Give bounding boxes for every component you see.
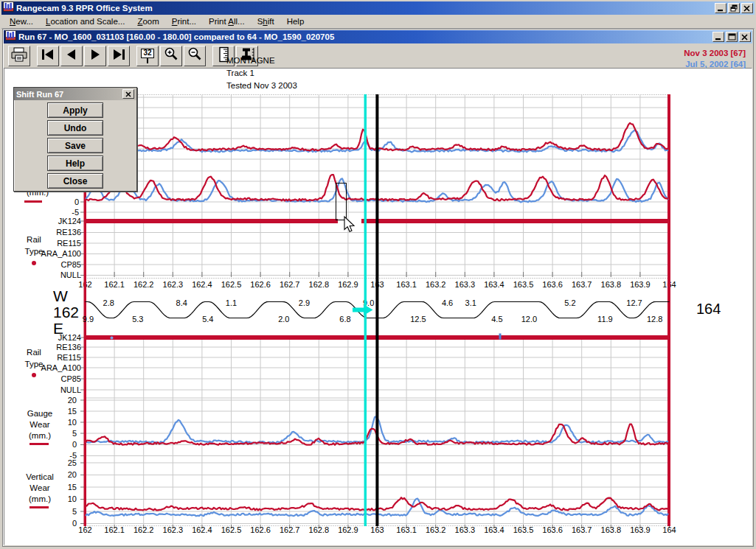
menu-item-shift[interactable]: Shift xyxy=(252,16,280,27)
app-title-bar[interactable]: Rangecam 9.3 RPR Office System xyxy=(1,1,755,15)
legend: Nov 3 2003 [67] Jul 5, 2002 [64] xyxy=(684,48,746,70)
chart-header: MONTAGNE Track 1 Tested Nov 3 2003 xyxy=(226,55,297,92)
zoom-in-button[interactable] xyxy=(160,46,182,66)
shift-dialog-title: Shift Run 67 xyxy=(16,90,63,99)
app-minimize-button[interactable] xyxy=(715,3,726,13)
run-window-title: Run 67 - MO_1600_031103 [160.00 - 180.00… xyxy=(18,32,334,41)
menu-item-zoom[interactable]: Zoom xyxy=(132,16,164,27)
run67-line-swatch xyxy=(24,200,42,203)
shift-dialog-close-button[interactable] xyxy=(122,89,134,99)
run67-line-swatch xyxy=(30,506,49,508)
shift-dialog-title-bar[interactable]: Shift Run 67 xyxy=(14,88,136,100)
step-backward-icon xyxy=(40,48,56,63)
legend-run64: Jul 5, 2002 [64] xyxy=(684,59,746,70)
milepost-right-label: 164 xyxy=(696,301,721,318)
run-close-button[interactable] xyxy=(739,32,751,42)
last-page-button[interactable] xyxy=(108,46,130,66)
zoom-out-icon xyxy=(187,46,203,65)
run-minimize-button[interactable] xyxy=(712,32,724,42)
milepost-left-label: W 162 E xyxy=(53,288,79,337)
shift-dialog: Shift Run 67 ApplyUndoSaveHelpClose xyxy=(13,87,137,192)
menu-item-help[interactable]: Help xyxy=(282,16,310,27)
menu-bar: New...Location and Scale...ZoomPrint...P… xyxy=(1,15,755,29)
shift-dialog-buttons: ApplyUndoSaveHelpClose xyxy=(14,102,136,189)
legend-run67: Nov 3 2003 [67] xyxy=(684,48,746,59)
app-title: Rangecam 9.3 RPR Office System xyxy=(16,4,153,13)
gauge-wear-label: GaugeWear(mm.) xyxy=(19,408,60,441)
page-right-button[interactable] xyxy=(84,46,106,66)
rail-type-dot-icon xyxy=(32,261,36,265)
rail-type-label-upper: RailType xyxy=(21,234,47,257)
menu-item-print[interactable]: Print... xyxy=(167,16,201,27)
run-window-title-bar[interactable]: Run 67 - MO_1600_031103 [160.00 - 180.00… xyxy=(4,30,752,43)
app-close-button[interactable] xyxy=(741,3,753,13)
step-forward-icon xyxy=(111,48,127,63)
track-name: Track 1 xyxy=(226,67,297,80)
milepost-sign-icon: 32 xyxy=(141,49,154,63)
menu-item-printall[interactable]: Print All... xyxy=(204,16,250,27)
location-name: MONTAGNE xyxy=(226,55,297,67)
arrow-right-icon xyxy=(87,48,103,63)
app-logo-icon xyxy=(3,1,14,15)
first-page-button[interactable] xyxy=(37,46,59,66)
help-button[interactable]: Help xyxy=(47,155,103,171)
zoom-in-icon xyxy=(163,46,179,65)
toolbar: 32 xyxy=(4,43,752,68)
menu-item-locationandscale[interactable]: Location and Scale... xyxy=(41,16,130,27)
rail-type-label-lower: RailType xyxy=(21,346,47,370)
save-button[interactable]: Save xyxy=(47,138,103,153)
tested-date: Tested Nov 3 2003 xyxy=(226,80,297,92)
run-maximize-button[interactable] xyxy=(726,32,738,42)
menu-item-new[interactable]: New... xyxy=(4,16,38,27)
rail-type-dot-icon xyxy=(32,373,36,377)
milepost-button[interactable]: 32 xyxy=(136,46,159,66)
vertical-wear-label: VerticalWear(mm.) xyxy=(19,472,60,505)
app-restore-button[interactable] xyxy=(728,3,740,13)
undo-button[interactable]: Undo xyxy=(47,120,103,136)
printer-icon xyxy=(10,46,28,65)
arrow-left-icon xyxy=(63,48,80,63)
zoom-out-button[interactable] xyxy=(184,46,206,66)
apply-button[interactable]: Apply xyxy=(47,102,103,118)
run-window-logo-icon xyxy=(5,30,16,43)
close-button[interactable]: Close xyxy=(47,173,103,189)
page-left-button[interactable] xyxy=(60,46,83,66)
print-button[interactable] xyxy=(8,46,30,66)
run67-line-swatch xyxy=(30,443,49,445)
